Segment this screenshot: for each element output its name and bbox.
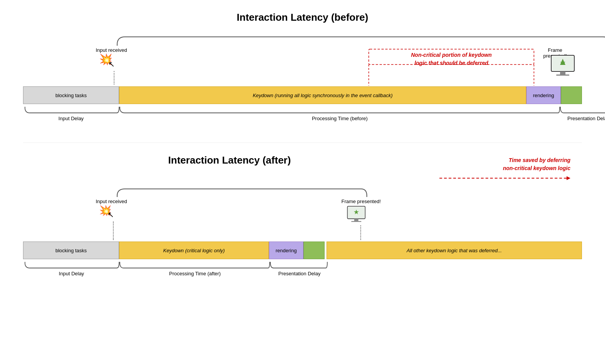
bar-paint-before [561,86,582,104]
after-diagram: Interaction Latency (after) Time saved b… [23,154,582,282]
bar-keydown-after: Keydown (critical logic only) [119,242,269,259]
input-area-after: Input received 💥 ↖ Frame presented! ★ [23,199,582,241]
bar-rendering-after: rendering [269,242,303,259]
top-brace-before [23,35,582,46]
svg-text:★: ★ [560,59,566,66]
frame-presented-label-after: Frame presented! [338,199,384,204]
page: Interaction Latency (before) Input recei… [0,0,605,309]
svg-rect-7 [556,74,569,76]
time-saved-annotation: Time saved by deferringnon-critical keyd… [436,154,582,183]
annotation-line-before [369,65,534,86]
svg-rect-24 [354,219,358,221]
labels-row-after: Input Delay Processing Time (after) Pres… [23,261,582,282]
input-delay-label-after: Input Delay [23,271,120,276]
svg-rect-25 [351,221,361,222]
time-saved-text: Time saved by deferringnon-critical keyd… [436,156,570,172]
processing-time-label-before: Processing Time (before) [120,116,560,121]
bar-rendering-before: rendering [526,86,561,104]
svg-rect-6 [560,71,565,74]
bar-keydown-before: Keydown (running all logic synchronously… [119,86,526,104]
bars-row-before: blocking tasks Keydown (running all logi… [23,86,582,105]
before-title: Interaction Latency (before) [23,12,582,23]
top-brace-after [23,187,582,198]
bar-blocking-before: blocking tasks [23,86,119,104]
svg-marker-18 [567,176,570,180]
monitor-svg-before: ★ [549,54,576,79]
input-received-label-before: Input received [90,47,133,53]
monitor-after: ★ [346,205,367,226]
presentation-delay-label-after: Presentation Delay [270,271,329,276]
bar-blocking-after: blocking tasks [23,242,119,259]
cursor-icon-before: ↖ [108,60,115,69]
time-saved-arrow [436,174,570,182]
svg-text:★: ★ [353,208,359,216]
bar-paint-after [303,242,325,259]
presentation-delay-label-before: Presentation Delay [560,116,605,121]
dotted-line-before [114,71,114,84]
bar-deferred-after: All other keydown logic that was deferre… [327,242,582,259]
input-delay-label-before: Input Delay [23,116,119,121]
monitor-before: ★ [549,54,576,80]
dotted-line-frame-after [360,225,361,240]
dotted-line-after [113,222,114,240]
bars-row-after: blocking tasks Keydown (critical logic o… [23,241,582,260]
divider [23,142,582,143]
after-title: Interaction Latency (after) [23,154,436,166]
cursor-icon-after: ↖ [108,210,114,219]
input-area-before: Input received 💥 ↖ Frame presented! ★ [23,47,582,86]
processing-time-label-after: Processing Time (after) [119,271,271,276]
input-received-label-after: Input received [90,199,133,204]
monitor-svg-after: ★ [346,205,367,225]
before-diagram: Interaction Latency (before) Input recei… [23,12,582,127]
labels-row-before: Input Delay Processing Time (before) Pre… [23,106,582,127]
